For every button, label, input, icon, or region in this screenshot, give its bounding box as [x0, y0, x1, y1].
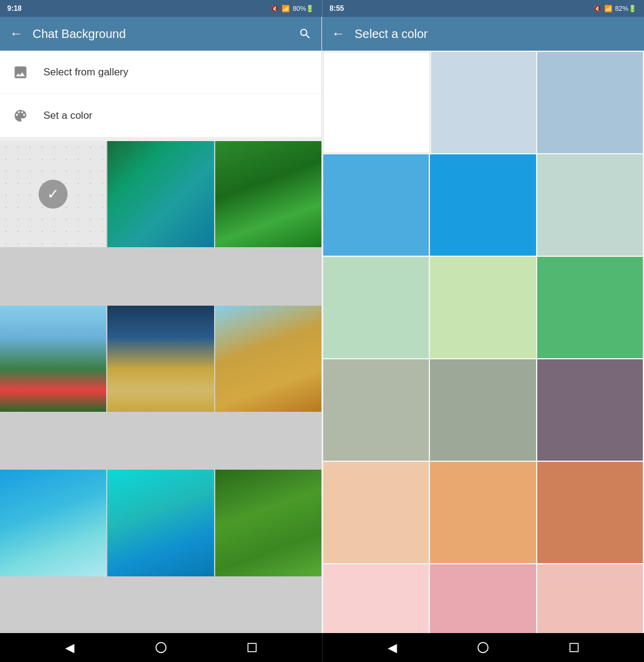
color-swatch-2-2[interactable] [537, 257, 643, 358]
left-header: ← Chat Background [0, 17, 321, 51]
right-panel: ← Select a color [322, 17, 644, 633]
wallpaper-item-6[interactable] [215, 306, 321, 412]
color-grid [322, 51, 644, 633]
wallpaper-grid: ✓ [0, 141, 321, 633]
wallpaper-item-5[interactable] [107, 306, 213, 412]
color-swatch-1-2[interactable] [537, 154, 643, 256]
color-swatch-1-0[interactable] [323, 154, 429, 256]
wallpaper-item-4[interactable] [0, 306, 106, 412]
wallpaper-item-8[interactable] [107, 470, 213, 576]
right-time: 8:55 [330, 4, 344, 13]
left-back-nav[interactable]: ◀ [58, 635, 82, 660]
left-time: 9:18 [7, 4, 22, 13]
mute-icon: 🔇 [271, 5, 279, 13]
battery-text: 80%🔋 [292, 5, 314, 13]
right-back-nav[interactable]: ◀ [380, 635, 404, 660]
search-icon[interactable] [298, 27, 312, 40]
right-recent-nav[interactable] [562, 635, 586, 660]
color-swatch-5-0[interactable] [323, 564, 429, 633]
color-swatch-1-1[interactable] [430, 154, 535, 256]
gallery-menu-item[interactable]: Select from gallery [0, 51, 321, 94]
svg-point-2 [478, 643, 488, 653]
color-row-4 [323, 462, 643, 563]
right-home-nav[interactable] [471, 635, 495, 660]
svg-rect-3 [570, 643, 579, 652]
right-back-button[interactable]: ← [332, 26, 345, 42]
color-label: Set a color [43, 110, 92, 122]
left-home-nav[interactable] [149, 635, 173, 660]
left-header-title: Chat Background [33, 27, 289, 41]
right-mute-icon: 🔇 [593, 5, 602, 13]
left-panel: ← Chat Background Select from gallery [0, 17, 322, 633]
wallpaper-item-2[interactable] [107, 141, 213, 247]
nav-bars: ◀ ◀ [0, 633, 644, 662]
color-swatch-4-2[interactable] [537, 462, 643, 563]
selected-checkmark: ✓ [39, 180, 68, 209]
color-row-5 [323, 564, 643, 633]
color-swatch-0-1[interactable] [431, 52, 537, 153]
color-swatch-2-0[interactable] [323, 257, 429, 358]
color-row-1 [323, 154, 643, 256]
color-row-0 [323, 52, 643, 153]
color-swatch-2-1[interactable] [430, 257, 535, 358]
color-menu-item[interactable]: Set a color [0, 94, 321, 137]
color-swatch-4-1[interactable] [430, 462, 535, 563]
right-header-title: Select a color [355, 27, 634, 41]
color-icon [12, 107, 29, 124]
color-row-3 [323, 359, 643, 461]
color-swatch-5-2[interactable] [537, 564, 643, 633]
right-signal-icon: 📶 [604, 5, 613, 13]
color-swatch-0-2[interactable] [537, 52, 643, 153]
left-back-button[interactable]: ← [10, 26, 23, 42]
left-nav-bar: ◀ [0, 633, 322, 662]
right-status-bar: 8:55 🔇 📶 82%🔋 [322, 0, 645, 17]
right-nav-bar: ◀ [322, 633, 645, 662]
svg-point-0 [156, 643, 166, 653]
color-swatch-4-0[interactable] [323, 462, 429, 563]
color-swatch-3-2[interactable] [537, 359, 643, 461]
right-battery-text: 82%🔋 [615, 5, 637, 13]
right-status-icons: 🔇 📶 82%🔋 [593, 5, 637, 13]
left-status-bar: 9:18 🔇 📶 80%🔋 [0, 0, 322, 17]
svg-rect-1 [248, 643, 256, 652]
gallery-icon [12, 64, 29, 81]
wallpaper-item-7[interactable] [0, 470, 106, 576]
wallpaper-item-9[interactable] [215, 470, 321, 576]
gallery-label: Select from gallery [43, 66, 128, 78]
right-header: ← Select a color [322, 17, 644, 51]
left-recent-nav[interactable] [240, 635, 264, 660]
color-swatch-5-1[interactable] [430, 564, 535, 633]
left-status-icons: 🔇 📶 80%🔋 [271, 5, 314, 13]
main-content: ← Chat Background Select from gallery [0, 17, 644, 633]
color-swatch-3-1[interactable] [430, 359, 535, 461]
color-swatch-0-0[interactable] [323, 52, 430, 153]
wallpaper-item-1[interactable]: ✓ [0, 141, 106, 247]
wallpaper-item-3[interactable] [215, 141, 321, 247]
status-bars: 9:18 🔇 📶 80%🔋 8:55 🔇 📶 82%🔋 [0, 0, 644, 17]
color-row-2 [323, 257, 643, 358]
color-swatch-3-0[interactable] [323, 359, 429, 461]
signal-icon: 📶 [282, 5, 290, 13]
